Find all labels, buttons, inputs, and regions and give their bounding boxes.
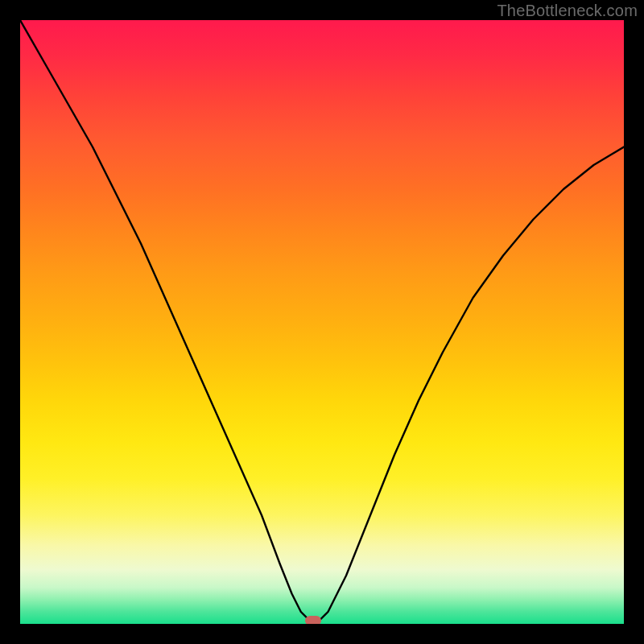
watermark-text: TheBottleneck.com	[497, 2, 638, 20]
plot-area	[20, 20, 624, 624]
bottleneck-curve	[20, 20, 624, 621]
curve-layer	[20, 20, 624, 624]
chart-frame: TheBottleneck.com	[0, 0, 644, 644]
min-marker	[305, 616, 321, 624]
